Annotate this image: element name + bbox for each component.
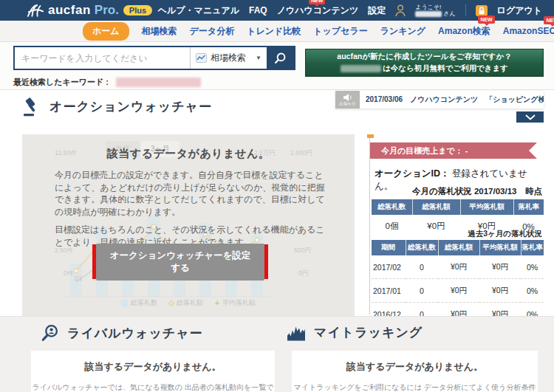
- magnifier-icon: [274, 52, 287, 64]
- nav-trend-compare[interactable]: トレンド比較: [247, 25, 301, 38]
- person-outline-icon: [395, 4, 406, 17]
- my-tracking-title: マイトラッキング: [314, 324, 423, 341]
- search-input[interactable]: [15, 47, 190, 69]
- goal-panel: 今月の目標売上まで： - オークションID： 登録されていません。 今月の落札状…: [369, 134, 544, 316]
- menu-help-manual[interactable]: ヘルプ・マニュアル: [158, 4, 239, 17]
- menu-faq[interactable]: FAQ: [249, 5, 267, 16]
- rival-watcher-title: ライバルウォッチャー: [67, 325, 203, 342]
- chart-icon: [196, 53, 207, 63]
- new-badge: NEW: [544, 16, 554, 24]
- column-header: 平均落札額: [460, 199, 513, 215]
- rival-watcher-header: ライバルウォッチャー: [41, 324, 203, 343]
- menu-knowhow-label: ノウハウコンテンツ: [277, 5, 359, 16]
- table-cell: ¥0円: [479, 279, 521, 303]
- faded-axis-label: 0円: [298, 269, 308, 278]
- my-tracking-description: マイトラッキングをご利用になるには データ分析にてよく使う分析条件を保存して: [292, 382, 538, 392]
- legend-average-amount: + 平均落札額: [215, 298, 256, 308]
- table-cell: ¥0円: [438, 255, 479, 279]
- welcome-suffix: さん: [443, 10, 455, 17]
- menu-settings[interactable]: 設定: [368, 4, 386, 17]
- column-header: 総落札数: [406, 240, 438, 255]
- section-divider: [0, 89, 554, 90]
- brand-name: aucfan: [48, 3, 91, 18]
- user-icon[interactable]: [395, 4, 406, 17]
- promo-line1: aucfanが新たに作成したツールをご存知ですか？: [337, 52, 511, 62]
- no-data-message: 該当するデータがありません。: [292, 360, 538, 374]
- menu-knowhow-contents[interactable]: NEW ノウハウコンテンツ: [277, 4, 359, 17]
- nav-top-seller[interactable]: トップセラー: [313, 25, 367, 38]
- column-header: 平均落札額: [479, 240, 521, 255]
- brand-pro: Pro.: [95, 3, 119, 18]
- nav-amazon-seo[interactable]: NEW AmazonSEO: [503, 26, 554, 36]
- rival-watcher-description: ライバルウォッチャーでは、気になる複数の 出品者の落札動向を一覧でチェック: [31, 382, 275, 392]
- table-cell: ¥0円: [479, 255, 521, 279]
- past-3months-table: 期間 総落札数 総落札額 平均落札額 落札率 2017/02 0 ¥0円 ¥0円…: [372, 240, 544, 326]
- search-mode-label: 相場検索: [211, 52, 246, 64]
- redacted-username: [415, 11, 442, 17]
- annotation-highlight-box: オークションウォッチャーを設定する: [92, 244, 268, 279]
- my-tracking-header: マイトラッキング: [287, 324, 423, 341]
- nav-amazon-search[interactable]: NEW Amazon検索: [438, 25, 490, 38]
- legend-total-amount: 総落札額: [169, 298, 203, 308]
- goal-ribbon: 今月の目標売上まで： -: [370, 142, 537, 159]
- table-cell: ¥0円: [438, 279, 479, 303]
- rival-watcher-icon: [41, 324, 59, 343]
- redacted-recent-keyword[interactable]: [116, 78, 201, 87]
- recent-keywords-label: 最近検索したキーワード :: [13, 77, 109, 88]
- lock-icon: [476, 5, 488, 16]
- column-header: 期間: [372, 240, 406, 255]
- search-area: 相場検索 ▼ aucfanが新たに作成したツールをご存知ですか？ は今なら初月無…: [0, 42, 554, 89]
- recent-keywords-row: 最近検索したキーワード :: [13, 77, 201, 88]
- notice-icon-box: お知らせ: [335, 91, 360, 109]
- bottom-sections: ライバルウォッチャー 該当するデータがありません。 ライバルウォッチャーでは、気…: [0, 316, 554, 392]
- legend-diamond-marker: [168, 300, 174, 306]
- logout-button[interactable]: ログアウト: [497, 4, 542, 17]
- top-header: aucfan Pro. Plus ヘルプ・マニュアル FAQ NEW ノウハウコ…: [0, 0, 554, 21]
- table-row: 2017/01 0 ¥0円 ¥0円 0%: [372, 279, 544, 303]
- auction-watcher-title: オークションウォッチャー: [49, 98, 212, 115]
- welcome-line: ようこそ!: [415, 4, 455, 10]
- nav-market-search[interactable]: 相場検索: [142, 25, 177, 38]
- table-cell: 2017/01: [372, 279, 406, 303]
- aucfan-pro-plus-page: aucfan Pro. Plus ヘルプ・マニュアル FAQ NEW ノウハウコ…: [0, 0, 554, 392]
- legend-square-marker: [121, 300, 128, 306]
- my-tracking-icon: [287, 324, 306, 341]
- no-data-message: 該当するデータがありません。: [22, 147, 355, 161]
- promo-banner[interactable]: aucfanが新たに作成したツールをご存知ですか？ は今なら初月無料でご利用でき…: [305, 49, 544, 77]
- table-cell: ¥0円: [412, 215, 460, 236]
- aucfan-logo[interactable]: aucfan Pro. Plus: [27, 3, 152, 18]
- table-cell: 0個: [372, 215, 412, 236]
- notice-widget: お知らせ 2017/03/06 ノウハウコンテンツ 「ショッピング検索の使い..…: [335, 91, 544, 109]
- table-cell: 2017/02: [372, 255, 406, 279]
- column-header: 落札率: [513, 199, 544, 215]
- new-badge: NEW: [478, 16, 494, 24]
- nav-amazon-search-label: Amazon検索: [438, 26, 490, 36]
- chevron-down-icon: [525, 114, 536, 120]
- auction-watcher-header: オークションウォッチャー: [22, 97, 212, 117]
- chart-legend: 総落札数 総落札額 + 平均落札額: [22, 298, 355, 308]
- no-data-message: 該当するデータがありません。: [31, 360, 275, 374]
- search-button[interactable]: [267, 47, 294, 69]
- notice-tag: お知らせ: [339, 102, 355, 106]
- nav-data-analysis[interactable]: データ分析: [190, 25, 235, 38]
- main-nav: ホーム 相場検索 データ分析 トレンド比較 トップセラー ランキング NEW A…: [0, 21, 554, 42]
- rival-watcher-panel: 該当するデータがありません。 ライバルウォッチャーでは、気になる複数の 出品者の…: [31, 351, 275, 392]
- current-month-title: 今月の落札状況 2017/03/13 時点: [412, 186, 542, 197]
- notice-expand-button[interactable]: [516, 111, 544, 123]
- my-tracking-panel: 該当するデータがありません。 マイトラッキングをご利用になるには データ分析にて…: [292, 351, 538, 392]
- faded-axis-label: 0件: [64, 269, 73, 278]
- nav-home[interactable]: ホーム: [83, 22, 129, 41]
- table-cell: 0%: [521, 279, 544, 303]
- faded-axis-label: 2/1: [74, 275, 83, 282]
- watcher-description-1: 今月の目標売上の設定ができます。自分自身で目標を設定することによって、あとどれだ…: [55, 169, 331, 218]
- table-cell: 0: [406, 255, 438, 279]
- search-mode-dropdown[interactable]: 相場検索 ▼: [190, 47, 267, 69]
- setup-auction-watcher-button[interactable]: オークションウォッチャーを設定する: [96, 244, 264, 281]
- nav-ranking[interactable]: ランキング: [380, 25, 425, 38]
- header-divider: [465, 4, 466, 16]
- auction-watcher-panel: 当月 3ヶ月 12.50件 2.5万円 2,500円 2.50件 0件 500円…: [22, 134, 355, 316]
- legend-plus-marker: +: [215, 299, 219, 307]
- caret-down-icon: ▼: [256, 55, 261, 61]
- notice-link[interactable]: 2017/03/06 ノウハウコンテンツ 「ショッピング検索の使い...: [360, 91, 544, 109]
- speaker-icon: [343, 94, 352, 101]
